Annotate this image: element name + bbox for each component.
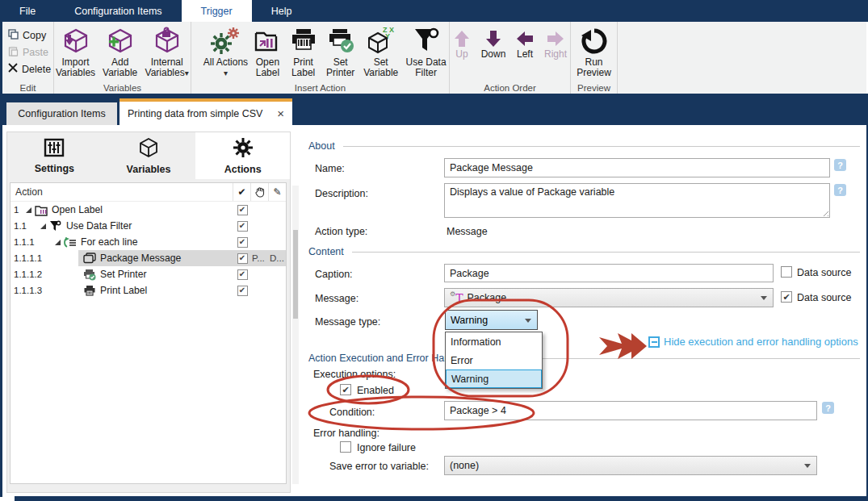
order-up-button[interactable]: Up: [451, 28, 472, 60]
tab-active-label: Printing data from simple CSV: [128, 108, 262, 119]
copy-button[interactable]: Copy: [2, 27, 53, 44]
row-enabled-checkbox[interactable]: ✔: [233, 221, 252, 232]
action-type-label: Action type:: [315, 226, 367, 237]
all-actions-icon: [210, 25, 241, 57]
tree-row-number: 1: [14, 202, 19, 218]
set-variable-button[interactable]: Z XY Set Variable: [361, 25, 400, 78]
group-label-preview: Preview: [571, 83, 617, 93]
hide-options-link[interactable]: Hide execution and error handling option…: [664, 336, 858, 348]
scrollbar-thumb[interactable]: [293, 230, 298, 319]
edit-pencil-column-icon[interactable]: ✎: [268, 183, 286, 201]
order-down-button[interactable]: Down: [480, 28, 507, 60]
enabled-column-check-icon[interactable]: ✔: [233, 183, 250, 201]
dropdown-option-error[interactable]: Error: [446, 351, 542, 369]
import-variables-button[interactable]: Import Variables: [54, 25, 97, 78]
menu-item-help[interactable]: Help: [252, 0, 312, 22]
save-error-dropdown[interactable]: (none): [444, 456, 817, 475]
set-variable-label: Set Variable: [361, 57, 400, 78]
caption-label: Caption:: [315, 269, 353, 280]
ignore-failure-label: Ignore failure: [357, 442, 416, 453]
tree-row-for-each-line[interactable]: 1.1.1 For each line ✔: [10, 234, 286, 250]
order-right-button[interactable]: Right: [543, 28, 568, 60]
condition-input[interactable]: Package > 4: [444, 401, 817, 420]
tree-row-open-label[interactable]: 1 Open Label ✔: [10, 202, 286, 218]
expander-icon[interactable]: [26, 207, 31, 213]
tab-settings[interactable]: Settings: [7, 132, 102, 179]
pause-hand-column-icon[interactable]: [250, 183, 268, 201]
all-actions-button[interactable]: All Actions ▾: [203, 25, 249, 78]
tab-actions-label: Actions: [224, 164, 262, 175]
tab-configuration-items[interactable]: Configuration Items: [6, 102, 117, 125]
check-icon: ✔: [239, 254, 245, 262]
tree-scrollbar[interactable]: [292, 186, 299, 484]
caption-value: Package: [450, 268, 489, 279]
tree-row-label: Set Printer: [100, 269, 147, 280]
row-enabled-checkbox[interactable]: ✔: [233, 237, 252, 248]
row-enabled-checkbox[interactable]: ✔: [233, 253, 252, 264]
message-dropdown[interactable]: ⚙T Package: [444, 288, 774, 307]
internal-variables-button[interactable]: Internal Variables▾: [143, 25, 191, 78]
enabled-checkbox[interactable]: ✔: [340, 384, 351, 395]
dropdown-option-warning[interactable]: Warning: [446, 369, 542, 388]
help-icon[interactable]: ?: [822, 402, 834, 414]
for-each-line-icon: [63, 236, 77, 248]
dropdown-caret-icon: [761, 296, 767, 300]
paste-icon: [8, 46, 19, 59]
message-type-combobox[interactable]: Warning: [445, 310, 538, 330]
open-label-button[interactable]: Open Label: [251, 25, 284, 78]
add-variable-button[interactable]: Add Variable: [100, 25, 140, 78]
group-label-action-order: Action Order: [450, 83, 570, 93]
tree-row-use-data-filter[interactable]: 1.1 Use Data Filter ✔: [10, 218, 286, 234]
tree-row-set-printer[interactable]: 1.1.1.2 Set Printer ✔: [10, 266, 286, 282]
internal-variables-icon: [153, 25, 182, 57]
group-label-insert-action: Insert Action: [191, 83, 449, 93]
dropdown-caret-icon: ▾: [224, 69, 228, 77]
tree-row-print-label[interactable]: 1.1.1.3 Print Label ✔: [10, 282, 286, 299]
expander-icon[interactable]: [55, 240, 61, 245]
ribbon-group-variables: Import Variables Add Variable Internal V…: [54, 22, 191, 94]
help-icon[interactable]: ?: [834, 184, 846, 196]
tree-header: Action ✔ ✎: [10, 183, 286, 202]
internal-variables-label: Internal Variables▾: [143, 57, 191, 78]
run-preview-button[interactable]: Run Preview: [573, 25, 615, 78]
menu-item-trigger[interactable]: Trigger: [182, 0, 252, 22]
ignore-failure-checkbox[interactable]: [340, 441, 351, 453]
tab-close-icon[interactable]: ×: [277, 107, 284, 119]
order-left-button[interactable]: Left: [514, 28, 535, 60]
menu-item-configuration-items[interactable]: Configuration Items: [55, 0, 181, 22]
help-icon[interactable]: ?: [834, 159, 846, 171]
name-input[interactable]: Package Message: [444, 158, 830, 177]
paste-label: Paste: [23, 47, 48, 58]
paste-button[interactable]: Paste: [2, 44, 53, 61]
tree-row-label: Print Label: [100, 285, 147, 296]
section-about: About: [308, 140, 860, 152]
row-enabled-checkbox[interactable]: ✔: [233, 205, 252, 215]
all-actions-label: All Actions ▾: [203, 57, 249, 78]
print-label-button[interactable]: Print Label: [287, 25, 320, 78]
delete-button[interactable]: Delete: [2, 61, 53, 77]
row-enabled-checkbox[interactable]: ✔: [233, 269, 252, 280]
description-input[interactable]: Displays a value of Package variable: [444, 183, 830, 218]
section-about-title: About: [308, 140, 335, 152]
tree-row-package-message[interactable]: 1.1.1.1 Package Message ✔ P... D...: [10, 250, 286, 266]
check-icon: ✔: [782, 292, 790, 303]
condition-value: Package > 4: [450, 405, 506, 416]
tab-variables[interactable]: Variables: [102, 132, 196, 179]
message-data-source-checkbox[interactable]: ✔: [781, 291, 792, 303]
row-enabled-checkbox[interactable]: ✔: [233, 286, 252, 296]
use-data-filter-button[interactable]: Use Data Filter: [403, 25, 449, 78]
tree-row-number: 1.1.1.2: [14, 266, 42, 282]
caption-data-source-checkbox[interactable]: [781, 266, 792, 278]
section-execution: Action Execution and Error Handling: [308, 353, 860, 364]
resize-grip-icon[interactable]: [821, 209, 828, 216]
dropdown-option-information[interactable]: Information: [446, 332, 542, 351]
menu-item-file[interactable]: File: [0, 0, 55, 22]
tab-variables-label: Variables: [127, 164, 171, 175]
set-printer-button[interactable]: Set Printer: [322, 25, 359, 78]
expander-icon[interactable]: [40, 223, 46, 229]
enabled-label: Enabled: [357, 385, 394, 396]
collapse-minus-icon[interactable]: [648, 336, 660, 348]
caption-input[interactable]: Package: [444, 264, 774, 282]
tab-actions[interactable]: Actions: [195, 132, 290, 179]
tab-printing-data-from-simple-csv[interactable]: Printing data from simple CSV ×: [120, 98, 292, 125]
